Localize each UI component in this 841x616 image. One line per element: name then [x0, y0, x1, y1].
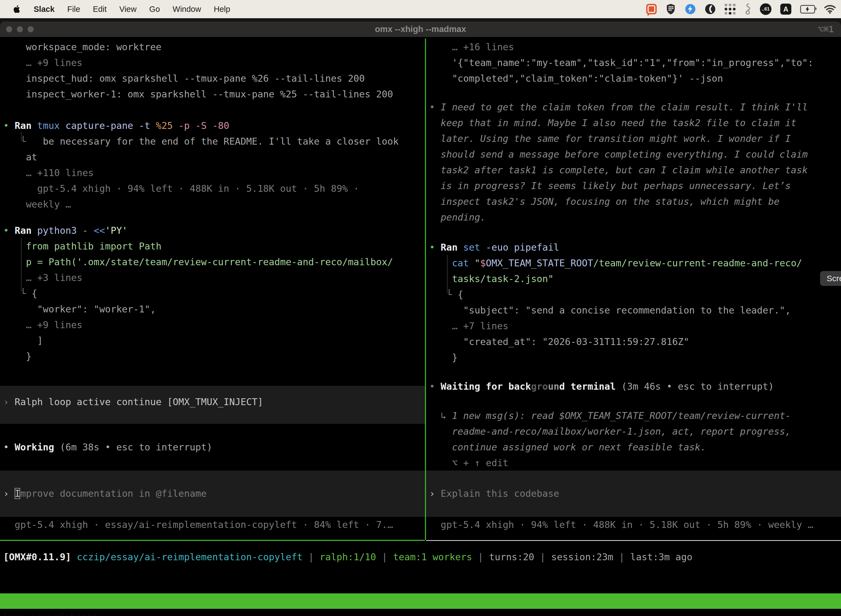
terminal-line: ]: [3, 333, 425, 349]
terminal-line: • Working (6m 38s • esc to interrupt): [3, 439, 425, 455]
terminal-line: gpt-5.4 xhigh · 94% left · 488K in · 5.1…: [429, 517, 841, 532]
menu-item-view[interactable]: View: [119, 5, 136, 14]
omx-status-line: [OMX#0.11.9] cczip/essay/ai-reimplementa…: [3, 549, 692, 565]
output-block: workspace_mode: worktree … +9 lines insp…: [0, 39, 425, 102]
input-source-icon[interactable]: A: [780, 4, 791, 15]
inactive-pane-border: [426, 540, 841, 541]
terminal-line: is in progress? It seems likely but perh…: [429, 178, 841, 194]
terminal-line: … +7 lines: [429, 318, 841, 334]
terminal-line: … +9 lines: [3, 55, 425, 70]
terminal-line: at: [3, 149, 425, 165]
window-controls: [6, 26, 34, 32]
terminal-line: "subject": "send a concise recommendatio…: [429, 302, 841, 318]
terminal-line: › Ralph loop active continue [OMX_TMUX_I…: [3, 394, 425, 410]
terminal-line: • I need to get the claim token from the…: [429, 99, 841, 115]
menu-item-edit[interactable]: Edit: [93, 5, 107, 14]
title-bar: omx --xhigh --madmax ⌥⌘1: [0, 22, 841, 37]
menu-bar: SlackFileEditViewGoWindowHelp ..61 A: [0, 0, 841, 18]
terminal-line: … +9 lines: [3, 317, 425, 333]
dots-grid-icon[interactable]: [725, 4, 736, 15]
wifi-icon[interactable]: [824, 4, 836, 14]
tmux-pane-right[interactable]: … +16 lines '{"team_name":"my-team","tas…: [426, 39, 841, 549]
terminal-line: • Waiting for background terminal (3m 46…: [429, 378, 841, 395]
terminal-line: "created_at": "2026-03-31T11:59:27.816Z": [429, 334, 841, 350]
active-pane-border: [0, 540, 425, 541]
tmux-session-label[interactable]: [omx-cczip0:bash*: [2, 609, 98, 616]
chat-app-icon[interactable]: [646, 4, 657, 14]
prompt-input[interactable]: › Explain this codebase: [426, 471, 841, 517]
terminal-line: inspect_worker-1: omx sparkshell --tmux-…: [3, 87, 425, 102]
menu-item-help[interactable]: Help: [214, 5, 230, 14]
tree-guide-line: [447, 255, 448, 293]
badge-text: ..61: [762, 6, 769, 12]
terminal-line: tasks/task-2.json": [429, 271, 841, 287]
apple-menu-icon[interactable]: [13, 5, 21, 13]
tree-guide-line: [21, 132, 22, 141]
terminal-line: … +16 lines: [429, 39, 841, 55]
percent-badge-icon[interactable]: ..61: [760, 3, 771, 15]
tree-guide-line: [21, 238, 22, 292]
terminal-line: continue assigned work or next feasible …: [429, 439, 841, 455]
terminal-line: should send a message before completing …: [429, 147, 841, 162]
terminal-line: ↳ 1 new msg(s): read $OMX_TEAM_STATE_ROO…: [429, 408, 841, 424]
output-block: • Ran python3 - <<'PY' from pathlib impo…: [0, 223, 425, 364]
terminal-line: └ be necessary for the end of the README…: [3, 133, 425, 149]
menu-item-go[interactable]: Go: [149, 5, 160, 14]
terminal-body[interactable]: workspace_mode: worktree … +9 lines insp…: [0, 37, 841, 616]
zoom-button[interactable]: [28, 26, 34, 32]
terminal-line: readme-and-reco/mailbox/worker-1.json, a…: [429, 424, 841, 439]
terminal-line: weekly …: [3, 197, 425, 212]
squiggle-icon[interactable]: [744, 3, 751, 15]
tmux-status-bar: [omx-cczip0:bash* "MacBook-Pro-44.local"…: [0, 593, 841, 609]
minimize-button[interactable]: [17, 26, 23, 32]
dark-arc-icon[interactable]: [705, 4, 716, 15]
close-button[interactable]: [6, 26, 12, 32]
terminal-window: omx --xhigh --madmax ⌥⌘1 workspace_mode:…: [0, 22, 841, 616]
output-block: ↳ 1 new msg(s): read $OMX_TEAM_STATE_ROO…: [426, 408, 841, 471]
prompt-input[interactable]: › Improve documentation in @filename: [0, 471, 425, 517]
terminal-line: └ {: [3, 286, 425, 301]
screen-overlay-tooltip: Scre: [820, 271, 841, 286]
terminal-line: └ {: [429, 287, 841, 302]
terminal-line: "completed","claim_token":"claim-token"}…: [429, 70, 841, 87]
terminal-line: gpt-5.4 xhigh · essay/ai-reimplementatio…: [3, 517, 425, 532]
terminal-line: '{"team_name":"my-team","task_id":"1","f…: [429, 55, 841, 70]
shield-grid-icon[interactable]: [665, 3, 676, 15]
spark-badge-icon[interactable]: [685, 4, 696, 15]
menu-item-file[interactable]: File: [67, 5, 80, 14]
output-block: gpt-5.4 xhigh · 94% left · 488K in · 5.1…: [426, 517, 841, 532]
terminal-line: • Ran python3 - <<'PY': [3, 223, 425, 238]
output-block: • Waiting for background terminal (3m 46…: [426, 378, 841, 395]
window-shortcut-badge: ⌥⌘1: [818, 24, 834, 35]
terminal-line: inspect_hud: omx sparkshell --tmux-pane …: [3, 70, 425, 87]
output-block: … +16 lines '{"team_name":"my-team","tas…: [426, 39, 841, 87]
window-title: omx --xhigh --madmax: [375, 24, 466, 34]
terminal-line: }: [3, 349, 425, 364]
terminal-line: ⌥ + ↑ edit: [429, 455, 841, 471]
menu-item-slack[interactable]: Slack: [34, 5, 55, 14]
terminal-line: cat "$OMX_TEAM_STATE_ROOT/team/review-cu…: [429, 255, 841, 271]
terminal-line: pending.: [429, 210, 841, 225]
terminal-line: later. Using the same for transition mig…: [429, 131, 841, 147]
terminal-line: p = Path('.omx/state/team/review-current…: [3, 254, 425, 270]
terminal-line: gpt-5.4 xhigh · 94% left · 488K in · 5.1…: [3, 181, 425, 197]
terminal-line: keep that in mind. Maybe I also need the…: [429, 115, 841, 131]
output-block: gpt-5.4 xhigh · essay/ai-reimplementatio…: [0, 517, 425, 532]
terminal-line: … +110 lines: [3, 165, 425, 181]
terminal-line: task2 after task1 is complete, but can I…: [429, 162, 841, 178]
terminal-line: • Ran tmux capture-pane -t %25 -p -S -80: [3, 118, 425, 133]
terminal-line: › Improve documentation in @filename: [3, 486, 425, 502]
output-block: • Ran set -euo pipefail cat "$OMX_TEAM_S…: [426, 239, 841, 365]
terminal-line: workspace_mode: worktree: [3, 39, 425, 55]
terminal-line: › Explain this codebase: [429, 486, 841, 502]
terminal-line: inspect task2's JSON, focusing on the st…: [429, 194, 841, 210]
input-source-letter: A: [783, 5, 788, 13]
output-block: • I need to get the claim token from the…: [426, 99, 841, 225]
terminal-line: }: [429, 350, 841, 365]
tmux-pane-left[interactable]: workspace_mode: worktree … +9 lines insp…: [0, 39, 425, 549]
terminal-line: "worker": "worker-1",: [3, 301, 425, 317]
terminal-line: … +3 lines: [3, 270, 425, 286]
menu-item-window[interactable]: Window: [173, 5, 201, 14]
ralph-loop-panel: › Ralph loop active continue [OMX_TMUX_I…: [0, 386, 425, 424]
battery-icon[interactable]: [800, 5, 815, 13]
